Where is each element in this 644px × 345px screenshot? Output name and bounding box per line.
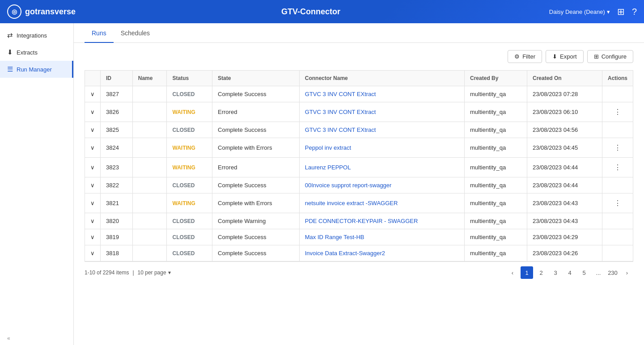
configure-button[interactable]: ⊞ Configure <box>587 50 633 63</box>
row-expand-button[interactable]: ∨ <box>85 122 101 138</box>
row-created-by: multientity_qa <box>465 102 527 122</box>
row-actions-cell <box>602 177 633 194</box>
row-connector[interactable]: GTVC 3 INV CONT EXtract <box>299 102 464 122</box>
table-row: ∨3823WAITINGErroredLaurenz PEPPOLmultien… <box>85 158 633 177</box>
row-status: CLOSED <box>167 229 212 245</box>
sidebar-item-label: Extracts <box>17 49 38 56</box>
row-id: 3825 <box>101 122 133 138</box>
col-name: Name <box>132 71 167 86</box>
pagination-info: 1-10 of 2294 items | 10 per page ▾ <box>85 269 171 276</box>
pagination: 1-10 of 2294 items | 10 per page ▾ ‹1234… <box>85 261 633 283</box>
row-expand-button[interactable]: ∨ <box>85 138 101 158</box>
table-row: ∨3821WAITINGComplete with Errorsnetsuite… <box>85 194 633 213</box>
sidebar-item-run-manager[interactable]: ☰ Run Manager <box>0 61 73 78</box>
row-connector[interactable]: Laurenz PEPPOL <box>299 158 464 177</box>
row-connector[interactable]: netsuite invoice extract -SWAGGER <box>299 194 464 213</box>
pagination-page-button[interactable]: 2 <box>535 266 547 279</box>
table-area: ⚙ Filter ⬇ Export ⊞ Configure ID <box>74 43 644 345</box>
filter-label: Filter <box>522 53 535 60</box>
row-state: Complete Success <box>212 177 300 194</box>
row-expand-button[interactable]: ∨ <box>85 245 101 261</box>
col-id: ID <box>101 71 133 86</box>
user-caret-icon: ▾ <box>607 8 610 15</box>
row-name <box>132 194 167 213</box>
row-connector[interactable]: 00Invoice supprot report-swagger <box>299 177 464 194</box>
filter-button[interactable]: ⚙ Filter <box>508 50 542 63</box>
user-menu[interactable]: Daisy Deane (Deane) ▾ <box>549 8 610 15</box>
col-actions: Actions <box>602 71 633 86</box>
row-state: Complete Warning <box>212 213 300 229</box>
row-actions-button[interactable]: ⋮ <box>611 107 624 117</box>
table-row: ∨3824WAITINGComplete with ErrorsPeppol i… <box>85 138 633 158</box>
tabs: Runs Schedules <box>74 23 644 43</box>
logo-icon: ◎ <box>7 4 21 19</box>
row-expand-button[interactable]: ∨ <box>85 229 101 245</box>
row-expand-button[interactable]: ∨ <box>85 102 101 122</box>
row-state: Errored <box>212 102 300 122</box>
table-header-row: ID Name Status State Connector Name Crea… <box>85 71 633 86</box>
sidebar-item-extracts[interactable]: ⬇ Extracts <box>0 44 73 61</box>
col-status: Status <box>167 71 212 86</box>
row-status: CLOSED <box>167 213 212 229</box>
row-connector[interactable]: GTVC 3 INV CONT EXtract <box>299 122 464 138</box>
logo[interactable]: ◎ gotransverse <box>7 4 97 19</box>
row-expand-button[interactable]: ∨ <box>85 194 101 213</box>
row-actions-button[interactable]: ⋮ <box>611 162 624 172</box>
help-icon[interactable]: ? <box>632 7 637 17</box>
pagination-count: 1-10 of 2294 items <box>85 269 129 276</box>
tab-schedules[interactable]: Schedules <box>114 23 157 43</box>
row-created-on: 23/08/2023 04:43 <box>527 194 602 213</box>
row-name <box>132 122 167 138</box>
main-layout: ⇄ Integrations ⬇ Extracts ☰ Run Manager … <box>0 23 644 345</box>
row-created-by: multientity_qa <box>465 86 527 102</box>
row-connector[interactable]: Invoice Data Extract-Swagger2 <box>299 245 464 261</box>
row-actions-cell: ⋮ <box>602 138 633 158</box>
row-connector[interactable]: Max ID Range Test-HB <box>299 229 464 245</box>
sidebar-item-label: Run Manager <box>17 66 52 73</box>
row-status: WAITING <box>167 158 212 177</box>
user-name: Daisy Deane (Deane) <box>549 8 605 15</box>
row-created-by: multientity_qa <box>465 194 527 213</box>
grid-icon[interactable]: ⊞ <box>617 6 625 17</box>
pagination-page-button[interactable]: 1 <box>521 266 533 279</box>
sidebar-collapse-button[interactable]: « <box>0 332 73 345</box>
row-created-by: multientity_qa <box>465 245 527 261</box>
pagination-page-button[interactable]: 3 <box>549 266 562 279</box>
row-state: Complete with Errors <box>212 194 300 213</box>
row-expand-button[interactable]: ∨ <box>85 213 101 229</box>
table-row: ∨3827CLOSEDComplete SuccessGTVC 3 INV CO… <box>85 86 633 102</box>
row-status: CLOSED <box>167 122 212 138</box>
row-expand-button[interactable]: ∨ <box>85 158 101 177</box>
export-icon: ⬇ <box>552 53 557 60</box>
sidebar-item-integrations[interactable]: ⇄ Integrations <box>0 27 73 44</box>
row-status: CLOSED <box>167 177 212 194</box>
row-actions-button[interactable]: ⋮ <box>611 198 624 208</box>
per-page-select[interactable]: 10 per page ▾ <box>138 269 171 276</box>
row-expand-button[interactable]: ∨ <box>85 86 101 102</box>
configure-label: Configure <box>602 53 627 60</box>
pagination-next-button[interactable]: › <box>621 266 633 279</box>
table-row: ∨3819CLOSEDComplete SuccessMax ID Range … <box>85 229 633 245</box>
row-id: 3818 <box>101 245 133 261</box>
export-button[interactable]: ⬇ Export <box>546 50 584 63</box>
pagination-prev-button[interactable]: ‹ <box>506 266 519 279</box>
pagination-page-button[interactable]: 5 <box>578 266 590 279</box>
col-state: State <box>212 71 300 86</box>
pagination-page-button[interactable]: 230 <box>606 266 619 279</box>
row-id: 3822 <box>101 177 133 194</box>
per-page-label: 10 per page <box>138 269 166 276</box>
row-expand-button[interactable]: ∨ <box>85 177 101 194</box>
separator: | <box>132 269 134 276</box>
row-created-by: multientity_qa <box>465 229 527 245</box>
row-actions-button[interactable]: ⋮ <box>611 143 624 153</box>
row-actions-cell: ⋮ <box>602 102 633 122</box>
row-state: Complete Success <box>212 86 300 102</box>
row-actions-cell <box>602 245 633 261</box>
row-connector[interactable]: PDE CONNECTOR-KEYPAIR - SWAGGER <box>299 213 464 229</box>
row-connector[interactable]: GTVC 3 INV CONT EXtract <box>299 86 464 102</box>
row-connector[interactable]: Peppol inv extract <box>299 138 464 158</box>
header: ◎ gotransverse GTV-Connector Daisy Deane… <box>0 0 644 23</box>
integrations-icon: ⇄ <box>7 31 13 39</box>
pagination-page-button[interactable]: 4 <box>564 266 576 279</box>
tab-runs[interactable]: Runs <box>85 23 114 43</box>
